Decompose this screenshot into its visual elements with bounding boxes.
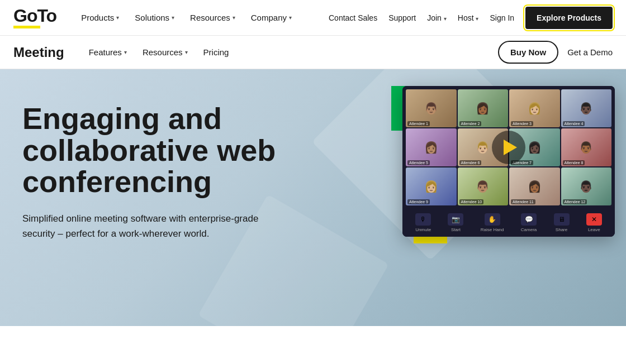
chevron-down-icon: ▾ (444, 16, 447, 22)
video-thumb-12: 👨🏿Attendee 12 (561, 167, 612, 205)
toolbar-share-button[interactable]: 🖥 Share (554, 213, 570, 232)
toolbar-leave-label: Leave (588, 227, 600, 232)
goto-logo[interactable]: GoTo (13, 7, 56, 28)
video-thumb-4: 👨🏿Attendee 4 (561, 89, 612, 127)
toolbar-share-label: Share (556, 227, 567, 232)
top-nav-left: GoTo Products ▾ Solutions ▾ Resources ▾ … (13, 7, 298, 28)
hero-subtitle: Simplified online meeting software with … (22, 211, 268, 241)
explore-products-button[interactable]: Explore Products (525, 7, 613, 29)
toolbar-camera-label: Start (451, 227, 461, 232)
nav-item-company[interactable]: Company ▾ (244, 8, 298, 27)
hero-content: Engaging and collaborative web conferenc… (22, 103, 335, 241)
toolbar-raise-hand-label: Raise Hand (481, 227, 504, 232)
video-thumb-3: 👩🏼Attendee 3 (509, 89, 560, 127)
contact-sales-link[interactable]: Contact Sales (329, 13, 377, 22)
toolbar-unmute-label: Unmute (415, 227, 431, 232)
chevron-down-icon: ▾ (185, 49, 188, 55)
join-link[interactable]: Join ▾ (427, 13, 447, 22)
chevron-down-icon: ▾ (116, 15, 119, 21)
video-grid: 👨🏽Attendee 1 👩🏾Attendee 2 👩🏼Attendee 3 👨… (402, 86, 615, 209)
product-brand-name: Meeting (13, 45, 64, 60)
share-icon: 🖥 (554, 213, 570, 226)
sub-nav-pricing[interactable]: Pricing (197, 43, 236, 61)
sub-nav-features[interactable]: Features ▾ (82, 43, 134, 61)
hero-video-wrapper: 👨🏽Attendee 1 👩🏾Attendee 2 👩🏼Attendee 3 👨… (402, 86, 615, 237)
top-right-links: Contact Sales Support Join ▾ Host ▾ Sign… (329, 13, 514, 22)
main-nav: Products ▾ Solutions ▾ Resources ▾ Compa… (74, 8, 298, 27)
nav-item-solutions[interactable]: Solutions ▾ (128, 8, 181, 27)
chevron-down-icon: ▾ (172, 15, 174, 21)
toolbar-chat-button[interactable]: 💬 Camera (521, 213, 537, 232)
chevron-down-icon: ▾ (476, 16, 478, 22)
host-link[interactable]: Host ▾ (458, 13, 479, 22)
toolbar-leave-button[interactable]: ✕ Leave (586, 213, 602, 232)
chevron-down-icon: ▾ (124, 49, 127, 55)
buy-now-button[interactable]: Buy Now (498, 41, 558, 64)
video-thumb-10: 👨🏽Attendee 10 (458, 167, 509, 205)
logo-underline (13, 26, 40, 28)
get-demo-link[interactable]: Get a Demo (567, 47, 613, 57)
top-navigation: GoTo Products ▾ Solutions ▾ Resources ▾ … (0, 0, 626, 36)
microphone-icon: 🎙 (415, 213, 431, 226)
toolbar-chat-label: Camera (521, 227, 537, 232)
support-link[interactable]: Support (388, 13, 416, 22)
raise-hand-icon: ✋ (485, 213, 500, 226)
toolbar-raise-hand-button[interactable]: ✋ Raise Hand (481, 213, 504, 232)
play-button[interactable] (492, 131, 525, 164)
sign-in-link[interactable]: Sign In (490, 13, 514, 22)
video-thumb-9: 👩🏼Attendee 9 (406, 167, 457, 205)
top-nav-right: Contact Sales Support Join ▾ Host ▾ Sign… (329, 7, 613, 29)
hero-title: Engaging and collaborative web conferenc… (22, 103, 335, 198)
leave-icon: ✕ (586, 213, 602, 226)
video-thumb-1: 👨🏽Attendee 1 (406, 89, 457, 127)
chat-icon: 💬 (521, 213, 537, 226)
sub-nav-resources[interactable]: Resources ▾ (136, 43, 195, 61)
video-thumb-5: 👩🏽Attendee 5 (406, 128, 457, 166)
logo-text: GoTo (13, 7, 56, 25)
nav-item-resources[interactable]: Resources ▾ (183, 8, 242, 27)
video-card[interactable]: 👨🏽Attendee 1 👩🏾Attendee 2 👩🏼Attendee 3 👨… (402, 86, 615, 237)
camera-icon: 📷 (448, 213, 463, 226)
video-thumb-8: 👨🏾Attendee 8 (561, 128, 612, 166)
video-toolbar: 🎙 Unmute 📷 Start ✋ Raise Hand 💬 Camera 🖥 (402, 209, 615, 237)
sub-nav-left: Meeting Features ▾ Resources ▾ Pricing (13, 43, 235, 61)
nav-item-products[interactable]: Products ▾ (74, 8, 126, 27)
toolbar-unmute-button[interactable]: 🎙 Unmute (415, 213, 431, 232)
chevron-down-icon: ▾ (233, 15, 235, 21)
video-thumb-11: 👩🏾Attendee 11 (509, 167, 560, 205)
sub-nav-links: Features ▾ Resources ▾ Pricing (82, 43, 236, 61)
sub-nav-right: Buy Now Get a Demo (498, 41, 613, 64)
play-icon (504, 140, 517, 155)
sub-navigation: Meeting Features ▾ Resources ▾ Pricing B… (0, 36, 626, 69)
video-thumb-2: 👩🏾Attendee 2 (458, 89, 509, 127)
toolbar-camera-button[interactable]: 📷 Start (448, 213, 463, 232)
hero-section: Engaging and collaborative web conferenc… (0, 69, 626, 326)
chevron-down-icon: ▾ (289, 15, 292, 21)
